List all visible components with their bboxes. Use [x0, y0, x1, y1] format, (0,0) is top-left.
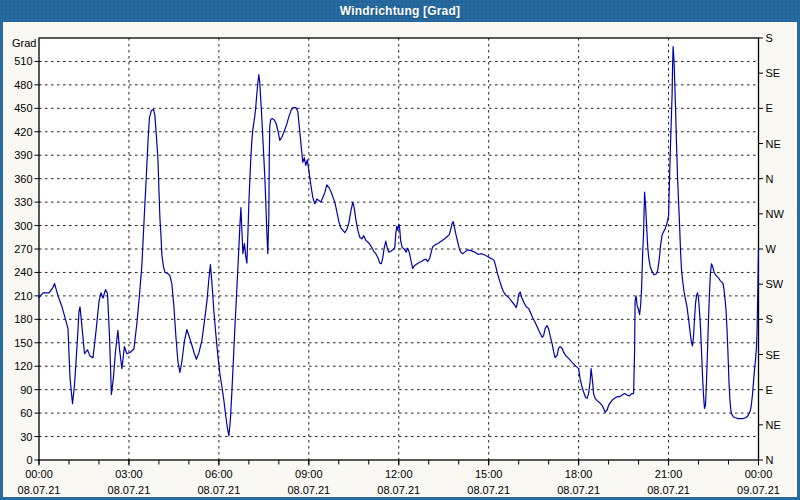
- y-axis-tick-label: 120: [14, 360, 32, 372]
- y-axis-tick-label: 240: [14, 266, 32, 278]
- compass-tick-label: N: [766, 454, 774, 466]
- compass-tick-label: E: [766, 102, 773, 114]
- x-axis-time-label: 06:00: [205, 468, 233, 480]
- x-axis-time-label: 09:00: [295, 468, 323, 480]
- x-axis-date-label: 08.07.21: [18, 484, 61, 496]
- x-axis-date-label: 08.07.21: [647, 484, 690, 496]
- y-axis-tick-label: 210: [14, 290, 32, 302]
- window-title: Windrichtung [Grad]: [340, 4, 460, 18]
- y-axis-unit-label: Grad: [12, 37, 36, 49]
- x-axis-time-label: 12:00: [385, 468, 413, 480]
- y-axis-tick-label: 450: [14, 102, 32, 114]
- y-axis-tick-label: 300: [14, 220, 32, 232]
- x-axis-date-label: 08.07.21: [467, 484, 510, 496]
- x-axis-time-label: 00:00: [745, 468, 773, 480]
- y-axis-tick-label: 270: [14, 243, 32, 255]
- y-axis-tick-label: 390: [14, 149, 32, 161]
- y-axis-tick-label: 30: [20, 431, 32, 443]
- y-axis-tick-label: 150: [14, 337, 32, 349]
- compass-tick-label: W: [766, 243, 777, 255]
- x-axis-time-label: 00:00: [25, 468, 53, 480]
- compass-tick-label: N: [766, 173, 774, 185]
- x-axis-time-label: 15:00: [475, 468, 503, 480]
- y-axis-tick-label: 480: [14, 79, 32, 91]
- y-axis-tick-label: 360: [14, 173, 32, 185]
- y-axis-tick-label: 90: [20, 384, 32, 396]
- y-axis-tick-label: 180: [14, 313, 32, 325]
- compass-tick-label: NW: [766, 208, 785, 220]
- x-axis-time-label: 18:00: [565, 468, 593, 480]
- y-axis-tick-label: 330: [14, 196, 32, 208]
- app-window: Windrichtung [Grad] 03060901201501802102…: [0, 0, 800, 500]
- y-axis-tick-label: 0: [26, 454, 32, 466]
- compass-tick-label: NE: [766, 138, 781, 150]
- x-axis-date-label: 09.07.21: [737, 484, 780, 496]
- window-border-left: [0, 22, 3, 500]
- compass-tick-label: SW: [766, 278, 784, 290]
- x-axis-date-label: 08.07.21: [108, 484, 151, 496]
- compass-tick-label: S: [766, 313, 773, 325]
- y-axis-tick-label: 60: [20, 407, 32, 419]
- y-axis-tick-label: 420: [14, 126, 32, 138]
- compass-tick-label: SE: [766, 67, 781, 79]
- compass-tick-label: S: [766, 32, 773, 44]
- y-axis-tick-label: 510: [14, 55, 32, 67]
- wind-direction-chart: 0306090120150180210240270300330360390420…: [0, 22, 800, 500]
- x-axis-date-label: 08.07.21: [377, 484, 420, 496]
- compass-tick-label: NE: [766, 419, 781, 431]
- window-titlebar[interactable]: Windrichtung [Grad]: [0, 0, 800, 22]
- x-axis-time-label: 03:00: [115, 468, 143, 480]
- compass-tick-label: SE: [766, 349, 781, 361]
- x-axis-time-label: 21:00: [655, 468, 683, 480]
- x-axis-date-label: 08.07.21: [197, 484, 240, 496]
- compass-tick-label: E: [766, 384, 773, 396]
- x-axis-date-label: 08.07.21: [557, 484, 600, 496]
- x-axis-date-label: 08.07.21: [287, 484, 330, 496]
